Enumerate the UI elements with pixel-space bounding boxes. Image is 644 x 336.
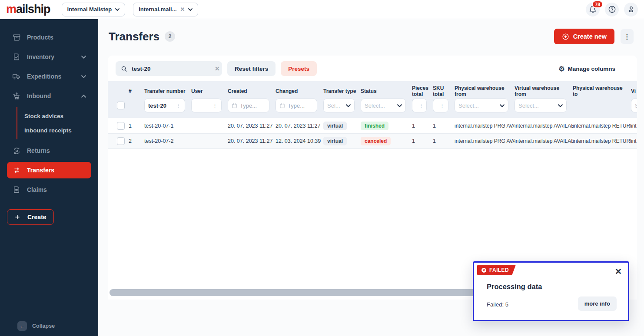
changed-cell: 12. 03. 2024 10:39: [276, 138, 323, 144]
physical-warehouse-to-cell: internal.mailstep RETURN: [573, 123, 631, 129]
manage-columns-label: Manage columns: [568, 66, 615, 72]
changed-cell: 20. 07. 2023 11:27: [276, 123, 323, 129]
notifications-button[interactable]: 78: [586, 3, 600, 16]
calendar-icon: [279, 103, 285, 109]
table-row[interactable]: 1 test-20-07-1 20. 07. 2023 11:27 20. 07…: [108, 118, 637, 133]
transfer-number-filter-input[interactable]: [148, 102, 173, 109]
inbound-submenu: Stock advices Inbound receipts: [17, 107, 98, 139]
pieces-total-cell: 1: [412, 123, 433, 129]
col-header-virtual-warehouse-to: Vi: [631, 88, 637, 94]
app-root: mailship Internal Mailstep internal.mail…: [0, 0, 644, 336]
virtual-warehouse-from-select[interactable]: Select...: [515, 99, 567, 112]
filter-menu-icon[interactable]: ⋮: [439, 102, 445, 109]
mailship-logo[interactable]: mailship: [6, 3, 50, 15]
changed-date-filter[interactable]: [276, 99, 317, 112]
logo-rest: ailship: [16, 3, 50, 16]
col-header-physical-warehouse-from: Physical warehouse from: [455, 85, 515, 98]
virtual-warehouse-to-select[interactable]: S: [631, 99, 637, 112]
sidebar-item-stock-advices[interactable]: Stock advices: [17, 109, 98, 123]
pieces-total-cell: 1: [412, 138, 433, 144]
row-checkbox[interactable]: [117, 122, 125, 130]
org-select-value: Internal Mailstep: [67, 6, 112, 13]
sku-total-cell: 1: [433, 138, 455, 144]
transfer-type-badge: virtual: [323, 122, 347, 130]
virtual-warehouse-from-cell: internal.mailstep AVAILABL: [515, 138, 573, 144]
document-icon: [12, 185, 21, 194]
col-header-status: Status: [361, 88, 412, 94]
chevron-down-icon: [346, 103, 351, 108]
user-filter-input[interactable]: [195, 102, 209, 109]
horizontal-scrollbar[interactable]: [110, 289, 480, 296]
warehouse-select[interactable]: internal.mail... ✕: [133, 3, 198, 16]
filter-menu-icon[interactable]: ⋮: [176, 102, 181, 109]
sku-total-filter[interactable]: ⋮: [433, 99, 448, 112]
sidebar-item-expeditions[interactable]: Expeditions: [7, 68, 91, 85]
logo-m: m: [6, 3, 16, 16]
sidebar-create-button[interactable]: Create: [7, 209, 54, 225]
more-info-button[interactable]: more info: [578, 296, 617, 311]
chevron-up-icon: [81, 94, 86, 99]
sidebar-item-label: Products: [27, 34, 53, 41]
col-header-user: User: [191, 88, 228, 94]
col-header-created: Created: [228, 88, 276, 94]
user-filter[interactable]: ⋮: [191, 99, 222, 112]
arrow-left-icon: ←: [17, 321, 27, 331]
pieces-total-filter[interactable]: ⋮: [412, 99, 427, 112]
physical-warehouse-from-select[interactable]: Select...: [455, 99, 508, 112]
clear-search-icon[interactable]: ✕: [215, 65, 220, 72]
clear-icon[interactable]: ✕: [180, 6, 185, 13]
virtual-warehouse-from-cell: internal.mailstep AVAILABL: [515, 123, 573, 129]
gear-icon: ⚙: [558, 65, 564, 73]
transfer-number-cell[interactable]: test-20-07-2: [144, 138, 191, 144]
filter-menu-icon[interactable]: ⋮: [212, 102, 218, 109]
sidebar-item-label: Transfers: [27, 167, 54, 174]
filter-row: ⋮ ⋮ Sel... Select... ⋮ ⋮ Select... Selec…: [108, 98, 637, 113]
create-new-button[interactable]: Create new: [554, 29, 614, 44]
sidebar-item-transfers[interactable]: Transfers: [7, 162, 91, 178]
status-badge: finished: [361, 122, 388, 130]
sidebar-item-products[interactable]: Products: [7, 29, 91, 46]
created-filter-input[interactable]: [240, 102, 266, 109]
filter-menu-icon[interactable]: ⋮: [418, 102, 424, 109]
question-icon: [608, 5, 616, 13]
physical-warehouse-to-cell: internal.mailstep RETURN: [573, 138, 631, 144]
close-icon[interactable]: ✕: [615, 267, 622, 276]
manage-columns-button[interactable]: ⚙ Manage columns: [558, 65, 629, 73]
select-placeholder: Select...: [458, 102, 497, 109]
changed-filter-input[interactable]: [288, 102, 313, 109]
toast-title: Processing data: [487, 283, 542, 291]
search-box[interactable]: ✕: [116, 61, 222, 76]
reset-filters-button[interactable]: Reset filters: [227, 61, 276, 76]
transfers-table: # Transfer number User Created Changed T…: [108, 81, 637, 149]
select-all-checkbox[interactable]: [117, 102, 125, 109]
created-cell: 20. 07. 2023 11:27: [228, 123, 276, 129]
created-date-filter[interactable]: [228, 99, 269, 112]
help-button[interactable]: [605, 3, 619, 16]
chevron-down-icon: [558, 103, 563, 108]
transfer-number-filter[interactable]: ⋮: [144, 99, 185, 112]
col-header-physical-warehouse-to: Physical warehouse to: [573, 85, 631, 98]
collapse-control[interactable]: ← Collapse: [17, 321, 55, 331]
page-kebab-menu-button[interactable]: ⋮: [621, 29, 634, 44]
sidebar-item-inbound-receipts[interactable]: Inbound receipts: [17, 123, 98, 138]
page-header: Transfers 2 Create new ⋮: [109, 29, 634, 44]
org-select[interactable]: Internal Mailstep: [62, 3, 126, 16]
plus-circle-icon: [562, 33, 569, 40]
transfer-number-cell[interactable]: test-20-07-1: [144, 123, 191, 129]
table-row[interactable]: 2 test-20-07-2 20. 07. 2023 11:27 12. 03…: [108, 133, 637, 149]
failed-badge: FAILED: [477, 265, 516, 275]
account-button[interactable]: [624, 3, 638, 16]
presets-button[interactable]: Presets: [281, 61, 317, 76]
physical-warehouse-from-cell: internal.mailstep PRG AVA: [455, 138, 515, 144]
search-input[interactable]: [132, 66, 210, 72]
col-header-virtual-warehouse-from: Virtual warehouse from: [515, 85, 573, 98]
sidebar-item-claims[interactable]: Claims: [7, 181, 91, 198]
sidebar-item-inbound[interactable]: Inbound: [7, 88, 91, 104]
sidebar-item-returns[interactable]: Returns: [7, 142, 91, 159]
row-checkbox[interactable]: [117, 137, 125, 145]
sidebar-item-inventory[interactable]: Inventory: [7, 49, 91, 65]
search-icon: [121, 66, 127, 72]
status-select[interactable]: Select...: [361, 99, 406, 112]
sku-total-cell: 1: [433, 123, 455, 129]
transfer-type-select[interactable]: Sel...: [323, 99, 355, 112]
